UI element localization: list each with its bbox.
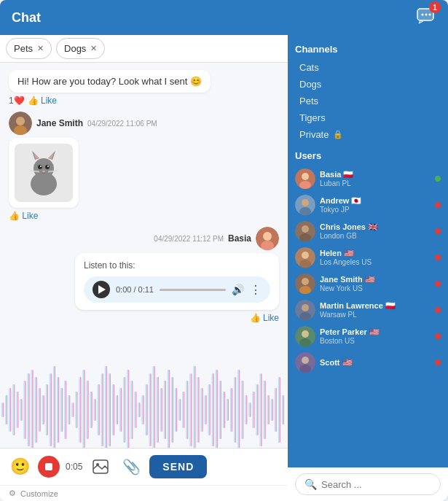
emoji-button[interactable]: 🙂: [7, 454, 32, 479]
main-layout: Pets ✕ Dogs ✕ Hi! How are you today? Loo…: [0, 35, 448, 501]
channel-list: Cats Dogs Pets Tigers Private 🔒: [295, 59, 441, 143]
svg-point-124: [302, 330, 309, 338]
heart-reaction: 1❤️: [9, 96, 25, 106]
user-andrew-info: Andrew 🇯🇵 Tokyo JP: [320, 196, 431, 214]
user-jane-info: Jane Smith 🇺🇸 New York US: [320, 275, 431, 292]
user-chris-avatar: [295, 221, 315, 241]
svg-point-18: [42, 171, 45, 173]
audio-label: Listen to this:: [84, 260, 270, 271]
message-2-sender: Jane Smith: [36, 118, 83, 128]
message-2-like[interactable]: 👍 Like: [9, 211, 38, 221]
attach-button[interactable]: 📎: [119, 454, 144, 479]
channel-cats[interactable]: Cats: [295, 59, 441, 76]
svg-point-9: [34, 158, 54, 179]
svg-point-118: [302, 278, 309, 285]
tabs-row: Pets ✕ Dogs ✕: [0, 35, 288, 63]
image-button[interactable]: [88, 454, 113, 479]
user-peter-avatar: [295, 326, 315, 346]
user-chris-info: Chris Jones 🇬🇧 London GB: [320, 222, 431, 240]
user-andrew-name: Andrew 🇯🇵: [320, 196, 431, 206]
tab-dogs-label: Dogs: [64, 43, 86, 54]
user-andrew-avatar: [295, 195, 315, 215]
user-helen-status: [435, 255, 441, 260]
svg-point-109: [302, 199, 309, 206]
user-scott-name: Scott 🇺🇸: [320, 358, 431, 368]
channel-pets[interactable]: Pets: [295, 93, 441, 109]
user-martin-info: Martin Lawrence 🇵🇱 Warsaw PL: [320, 301, 431, 319]
search-input-wrap[interactable]: 🔍: [295, 473, 441, 495]
volume-icon[interactable]: 🔊: [232, 284, 244, 295]
svg-point-15: [45, 165, 50, 169]
chat-area: Pets ✕ Dogs ✕ Hi! How are you today? Loo…: [0, 35, 288, 501]
user-basia-avatar: [295, 168, 315, 189]
message-3-wrapper: 04/29/2022 11:12 PM Basia Listen to this…: [9, 227, 279, 323]
user-andrew-location: Tokyo JP: [320, 206, 431, 214]
message-3-sender: Basia: [228, 233, 251, 244]
user-chris-jones[interactable]: Chris Jones 🇬🇧 London GB: [295, 218, 441, 244]
user-martin-avatar: [295, 300, 315, 320]
user-scott[interactable]: Scott 🇺🇸: [295, 349, 441, 376]
user-helen-location: Los Angeles US: [320, 258, 431, 266]
user-jane-location: New York US: [320, 284, 431, 292]
users-section-title: Users: [295, 150, 441, 161]
user-chris-status: [435, 228, 441, 234]
send-button[interactable]: SEND: [149, 455, 207, 478]
input-area: 🙂 0:05 📎 SEND: [0, 448, 288, 485]
user-jane-avatar: [295, 273, 315, 294]
svg-point-5: [16, 117, 25, 125]
message-3-like[interactable]: 👍 Like: [250, 313, 279, 323]
channel-pets-label: Pets: [299, 96, 318, 106]
tab-pets-label: Pets: [14, 43, 33, 54]
user-peter[interactable]: Peter Parker 🇺🇸 Boston US: [295, 323, 441, 349]
tab-pets-close[interactable]: ✕: [37, 44, 44, 53]
more-options-icon[interactable]: ⋮: [250, 283, 262, 297]
svg-point-115: [302, 252, 309, 259]
notification-badge: 1: [429, 1, 441, 13]
tab-dogs[interactable]: Dogs ✕: [56, 38, 105, 59]
user-helen-name: Helen 🇺🇸: [320, 249, 431, 258]
svg-point-112: [302, 225, 309, 233]
chat-notifications-button[interactable]: 1: [416, 6, 436, 29]
user-jane-status: [435, 281, 441, 287]
user-andrew[interactable]: Andrew 🇯🇵 Tokyo JP: [295, 192, 441, 218]
channel-tigers-label: Tigers: [299, 112, 326, 123]
users-section: Users Basia 🇵🇱 Luban PL: [295, 150, 441, 376]
audio-bar[interactable]: [160, 289, 226, 291]
user-chris-name: Chris Jones 🇬🇧: [320, 222, 431, 232]
tab-pets[interactable]: Pets ✕: [6, 38, 52, 59]
message-1-like[interactable]: 👍 Like: [28, 96, 57, 106]
channels-section-title: Channels: [295, 44, 441, 55]
channel-tigers[interactable]: Tigers: [295, 109, 441, 126]
channel-dogs[interactable]: Dogs: [295, 76, 441, 93]
play-button[interactable]: [93, 281, 110, 298]
image-icon: [93, 459, 109, 474]
user-scott-avatar: [295, 352, 315, 373]
user-jane-name: Jane Smith 🇺🇸: [320, 275, 431, 284]
customize-label[interactable]: Customize: [20, 489, 58, 498]
user-helen[interactable]: Helen 🇺🇸 Los Angeles US: [295, 244, 441, 271]
message-3-reaction: 👍 Like: [250, 313, 279, 323]
user-chris-location: London GB: [320, 232, 431, 240]
user-scott-info: Scott 🇺🇸: [320, 358, 431, 368]
stop-record-button[interactable]: [38, 456, 60, 478]
user-martin[interactable]: Martin Lawrence 🇵🇱 Warsaw PL: [295, 297, 441, 323]
message-1-reaction: 1❤️ 👍 Like: [9, 96, 57, 106]
stop-icon: [45, 463, 52, 470]
channel-private[interactable]: Private 🔒: [295, 126, 441, 143]
recording-timer: 0:05: [66, 462, 82, 472]
user-basia-info: Basia 🇵🇱 Luban PL: [320, 170, 431, 187]
svg-point-106: [302, 173, 309, 180]
message-3-header: 04/29/2022 11:12 PM Basia: [154, 227, 279, 250]
svg-point-24: [263, 232, 272, 241]
user-peter-name: Peter Parker 🇺🇸: [320, 327, 431, 337]
user-basia-name: Basia 🇵🇱: [320, 170, 431, 179]
app-container: Chat 1 Pets ✕ Dogs ✕: [0, 0, 448, 501]
channel-dogs-label: Dogs: [299, 79, 321, 90]
chat-messages: Hi! How are you today? Look what I sent …: [0, 63, 288, 448]
channel-private-label: Private: [299, 129, 329, 140]
tab-dogs-close[interactable]: ✕: [90, 44, 97, 53]
search-input[interactable]: [321, 479, 444, 490]
search-icon: 🔍: [304, 478, 317, 490]
user-basia[interactable]: Basia 🇵🇱 Luban PL: [295, 166, 441, 192]
user-jane-smith[interactable]: Jane Smith 🇺🇸 New York US: [295, 271, 441, 297]
